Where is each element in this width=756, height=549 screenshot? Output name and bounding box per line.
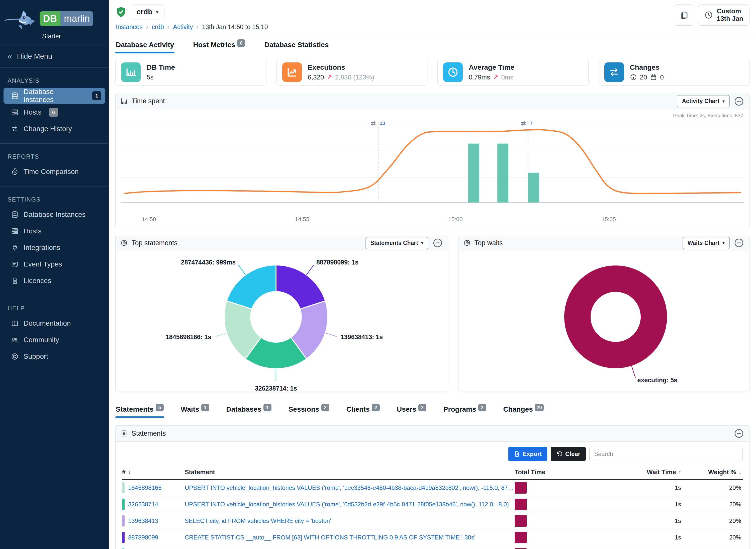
card-main-value: 6,320 [308,73,324,81]
statement-color-swatch [122,499,125,510]
statement-id-link[interactable]: 887898099 [128,534,158,541]
donut-label-executing: executing: 5s [637,377,678,384]
statement-id-link[interactable]: 1845898166 [128,484,161,491]
count-badge: 1 [263,404,271,411]
copy-button[interactable] [674,5,694,26]
total-time-bar [515,515,527,527]
statement-id-link[interactable]: 139638413 [128,517,158,524]
card-delta: 0ms [501,73,513,81]
sidebar-item-database-instances[interactable]: Database Instances [4,207,105,223]
donut-label-287474436: 287474436: 999ms [181,259,236,266]
statement-link[interactable]: SELECT city, id FROM vehicles WHERE city… [185,517,331,524]
statement-link[interactable]: UPSERT INTO vehicle_location_histories V… [185,501,509,508]
detail-tab-changes[interactable]: Changes20 [503,400,544,418]
sidebar-item-change-history[interactable]: Change History [4,121,105,137]
shield-check-icon [115,6,127,18]
column-header-statement[interactable]: Statement [185,469,515,476]
breadcrumb-crdb[interactable]: crdb [152,23,164,31]
collapse-statements-button[interactable] [734,428,744,439]
count-badge: 1 [92,91,101,100]
sidebar-item-community[interactable]: Community [4,332,105,348]
plug-icon [11,244,19,251]
sidebar-item-database-instances[interactable]: Database Instances1 [4,88,105,104]
time-range-button[interactable]: Custom 13th Jan [698,5,750,26]
detail-tab-users[interactable]: Users2 [396,400,427,418]
time-range-line1: Custom [717,8,741,15]
breadcrumb-instances[interactable]: Instances [116,23,143,31]
tab-label: Users [397,405,416,413]
content: DB Time5sExecutions6,320↗2,830 (123%)Ave… [109,53,756,549]
breadcrumb-activity[interactable]: Activity [173,23,193,31]
card-changes: Changes200 [599,59,750,85]
column-header-total-time[interactable]: Total Time [515,469,597,476]
sidebar-item-hosts[interactable]: Hosts0 [4,104,105,120]
clear-button[interactable]: Clear [551,447,586,461]
sidebar-item-event-types[interactable]: Event Types [4,256,105,272]
count-badge: 2 [372,404,380,411]
trend-up-icon: ↗ [327,74,332,81]
waits-chart-dropdown[interactable]: Waits Chart ▾ [683,237,730,249]
activity-chart[interactable]: ⇄13⇄714:5014:5515:0015:05Peak Time: 2s, … [116,109,749,227]
tab-host-metrics[interactable]: Host Metrics0 [193,36,246,53]
instance-name: crdb [137,8,152,16]
tab-database-statistics[interactable]: Database Statistics [264,36,329,53]
detail-tab-sessions[interactable]: Sessions2 [288,400,330,418]
sidebar-item-time-comparison[interactable]: Time Comparison [4,164,105,180]
cell-id: 139638413 [122,515,185,526]
detail-tab-clients[interactable]: Clients2 [346,400,380,418]
card-title: DB Time [147,63,175,71]
event-types-icon [11,260,19,268]
cell-statement: SELECT city, id FROM vehicles WHERE city… [185,517,515,524]
sidebar-item-support[interactable]: Support [4,348,105,364]
top-statements-panel-header: Top statements Statements Chart ▾ [116,235,448,251]
x-axis-tick: 14:50 [142,216,156,222]
tab-database-activity[interactable]: Database Activity [115,36,174,53]
minus-circle-icon [734,428,744,439]
sidebar-item-label: Support [24,352,48,360]
statement-color-swatch [122,482,125,493]
column-header-[interactable]: #↓ [122,469,185,476]
cell-statement: UPSERT INTO vehicle_location_histories V… [185,484,515,491]
table-row: 887898099CREATE STATISTICS __auto__ FROM… [122,529,743,546]
statement-link[interactable]: UPSERT INTO vehicle_location_histories V… [185,484,515,491]
sidebar-item-integrations[interactable]: Integrations [4,240,105,256]
brand-db: DB [40,11,60,26]
detail-tab-programs[interactable]: Programs2 [443,400,487,418]
export-button-label: Export [523,450,542,457]
detail-tab-databases[interactable]: Databases1 [226,400,272,418]
detail-tab-statements[interactable]: Statements5 [115,400,164,418]
section-label-analysis: ANALYSIS [8,77,101,84]
sidebar-item-documentation[interactable]: Documentation [4,315,105,331]
export-button[interactable]: Export [508,447,547,461]
count-badge: 5 [156,404,164,411]
collapse-top-waits-button[interactable] [734,238,744,248]
top-waits-panel-header: Top waits Waits Chart ▾ [458,235,749,251]
cell-id: 1845898166 [122,482,185,493]
statement-link[interactable]: CREATE STATISTICS __auto__ FROM [63] WIT… [185,534,475,541]
statement-id-link[interactable]: 326238714 [128,501,158,508]
detail-tab-waits[interactable]: Waits1 [180,400,210,418]
cell-weight: 20% [683,501,743,508]
card-average-time: Average Time0.79ms↗0ms [437,59,589,85]
search-input[interactable] [589,447,743,461]
column-header-wait-time[interactable]: Wait Time↑ [597,469,683,476]
instance-selector[interactable]: crdb ▾ [131,5,164,19]
main-tabs: Database ActivityHost Metrics0Database S… [109,34,756,53]
top-statements-donut[interactable]: 887898099: 1s139638413: 1s326238714: 1s1… [116,251,448,392]
breadcrumb-separator: › [146,23,148,31]
top-waits-donut[interactable]: executing: 5s [458,251,749,392]
sidebar-item-licences[interactable]: Licences [4,273,105,289]
cell-statement: UPSERT INTO vehicle_location_histories V… [185,501,515,508]
count-badge: 0 [237,39,245,47]
hide-menu-button[interactable]: « Hide Menu [0,45,109,68]
collapse-top-statements-button[interactable] [432,238,443,248]
statements-chart-dropdown[interactable]: Statements Chart ▾ [365,237,428,249]
collapse-time-spent-button[interactable] [734,96,744,107]
sidebar-item-label: Community [24,336,59,344]
card-db-time: DB Time5s [115,59,266,85]
activity-chart-dropdown[interactable]: Activity Chart ▾ [677,95,730,107]
sidebar-item-hosts[interactable]: Hosts [4,223,105,239]
donut-hole [591,292,641,342]
activity-chart-dropdown-label: Activity Chart [682,98,719,105]
column-header-weight[interactable]: Weight %↓ [683,469,743,476]
